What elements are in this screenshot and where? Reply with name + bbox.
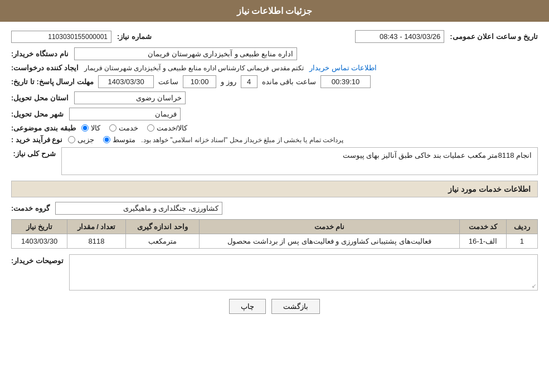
- creator-value: تکتم مقدس فریمانی کارشناس اداره منابع طب…: [84, 64, 304, 72]
- deadline-label: مهلت ارسال پاسخ: تا تاریخ:: [11, 78, 94, 86]
- purchase-note: پرداخت تمام یا بخشی از مبلغ خریداز محل "…: [141, 136, 343, 144]
- table-row: 1الف-1-16فعالیت‌های پشتیبانی کشاورزی و ف…: [12, 234, 538, 249]
- medium-label: متوسط: [113, 135, 135, 144]
- deadline-days: 4: [241, 75, 258, 88]
- kala-label: کالا: [91, 124, 100, 132]
- category-radio-kala[interactable]: [81, 124, 89, 132]
- service-group-label: گروه خدمت:: [11, 204, 50, 212]
- announce-datetime-label: تاریخ و ساعت اعلان عمومی:: [450, 32, 538, 41]
- category-kala[interactable]: کالا: [81, 124, 100, 132]
- buyer-org-value: اداره منابع طبیعی و آبخیزداری شهرستان فر…: [74, 47, 297, 60]
- table-cell-1: الف-1-16: [460, 234, 507, 249]
- buyer-org-label: نام دستگاه خریدار:: [11, 50, 69, 58]
- deadline-date: 1403/03/30: [98, 75, 154, 88]
- category-kala-khedmat[interactable]: کالا/خدمت: [147, 124, 188, 132]
- small-label: جزیی: [77, 135, 94, 144]
- province-label: استان محل تحویل:: [11, 94, 69, 102]
- announce-datetime-value: 1403/03/26 - 08:43: [355, 30, 444, 43]
- col-unit: واحد اندازه گیری: [125, 220, 199, 234]
- category-label: طبقه بندی موضوعی:: [11, 124, 76, 132]
- table-cell-5: 1403/03/30: [12, 234, 67, 249]
- col-quantity: تعداد / مقدار: [67, 220, 126, 234]
- service-group-value: کشاورزی، جنگلداری و ماهیگیری: [55, 202, 222, 215]
- col-date: تاریخ نیاز: [12, 220, 67, 234]
- buyer-notes-label: توصیحات خریدار:: [11, 254, 64, 265]
- remaining-label: ساعت باقی مانده: [262, 78, 316, 86]
- need-number-label: شماره نیاز:: [117, 32, 152, 41]
- services-section-header: اطلاعات خدمات مورد نیاز: [11, 181, 538, 197]
- purchase-type-small[interactable]: جزیی: [68, 135, 94, 144]
- print-button[interactable]: چاپ: [229, 299, 266, 314]
- table-cell-3: مترمکعب: [125, 234, 199, 249]
- province-value: خراسان رضوی: [74, 91, 186, 104]
- deadline-time: 10:00: [183, 75, 216, 88]
- remaining-time: 00:39:10: [320, 75, 371, 88]
- category-radio-kala-khedmat[interactable]: [147, 124, 154, 132]
- table-cell-4: 8118: [67, 234, 126, 249]
- creator-label: ایجاد کننده درخواست:: [11, 64, 79, 72]
- deadline-time-label: ساعت: [158, 78, 178, 86]
- page-title: جزئیات اطلاعات نیاز: [0, 0, 549, 22]
- category-radio-khedmat[interactable]: [109, 124, 116, 132]
- purchase-radio-small[interactable]: [68, 136, 75, 143]
- bottom-buttons: بازگشت چاپ: [11, 299, 538, 314]
- purchase-radio-medium[interactable]: [103, 136, 110, 143]
- city-value: فریمان: [69, 108, 181, 120]
- need-number-value: 1103030155000001: [11, 31, 111, 43]
- description-label: شرح کلی نیاز:: [11, 147, 56, 158]
- purchase-type-label: نوع فرآیند خرید :: [11, 135, 62, 144]
- purchase-type-medium[interactable]: متوسط: [103, 135, 135, 144]
- city-label: شهر محل تحویل:: [11, 110, 64, 118]
- khedmat-label: خدمت: [119, 124, 138, 132]
- services-table: ردیف کد خدمت نام خدمت واحد اندازه گیری ت…: [11, 219, 538, 249]
- col-row: ردیف: [506, 220, 537, 234]
- category-khedmat[interactable]: خدمت: [109, 124, 138, 132]
- back-button[interactable]: بازگشت: [271, 299, 320, 314]
- description-value: انجام 8118متر مکعب عملیات بند خاکی طبق آ…: [343, 151, 532, 159]
- deadline-days-label: روز و: [221, 78, 236, 86]
- col-code: کد خدمت: [460, 220, 507, 234]
- creator-contact-link[interactable]: اطلاعات تماس خریدار: [309, 64, 377, 72]
- table-cell-2: فعالیت‌های پشتیبانی کشاورزی و فعالیت‌های…: [199, 234, 459, 249]
- purchase-type-radio-group: متوسط جزیی: [68, 135, 135, 144]
- col-name: نام خدمت: [199, 220, 459, 234]
- table-cell-0: 1: [506, 234, 537, 249]
- category-radio-group: کالا/خدمت خدمت کالا: [81, 124, 188, 132]
- kala-khedmat-label: کالا/خدمت: [157, 124, 188, 132]
